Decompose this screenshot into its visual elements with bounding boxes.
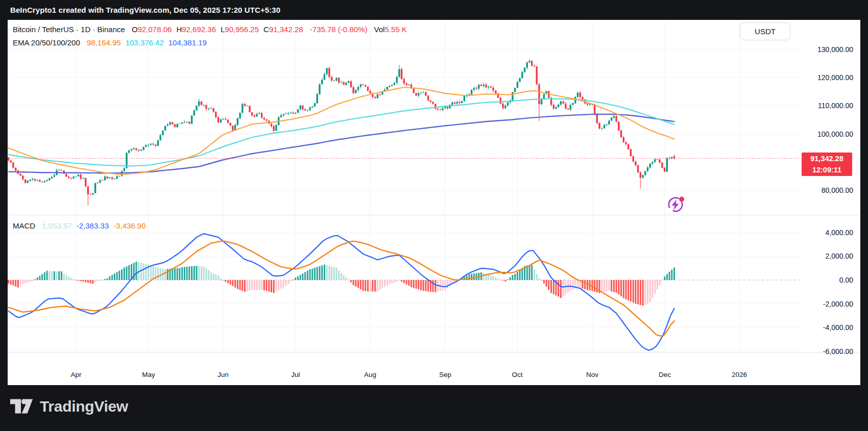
- macd-tick-label: 4,000.00: [794, 228, 853, 237]
- watermark-text: BeInCrypto1 created with TradingView.com…: [10, 0, 280, 20]
- ema-values: 98,164.95103,376.42104,381.19: [82, 38, 207, 47]
- ema-value: 104,381.19: [168, 38, 207, 47]
- ohlc-field: H92,692.36: [176, 25, 216, 34]
- chart-canvas[interactable]: [8, 20, 860, 385]
- ohlc-field: O92,078.06: [132, 25, 172, 34]
- currency-toggle-button[interactable]: USDT: [740, 22, 790, 40]
- macd-tick-label: -6,000.00: [794, 347, 853, 356]
- time-tick-label: Oct: [503, 371, 532, 378]
- macd-value: 1,053.57: [42, 221, 71, 230]
- symbol-legend[interactable]: Bitcoin / TetherUS · 1D · Binance O92,07…: [13, 25, 407, 34]
- ohlc-field: L90,956.25: [221, 25, 259, 34]
- tradingview-brand-text: TradingView: [40, 398, 128, 415]
- ohlc-values: O92,078.06H92,692.36L90,956.25C91,342.28: [127, 25, 303, 34]
- time-tick-label: Jul: [281, 371, 310, 378]
- macd-label[interactable]: MACD: [13, 221, 35, 230]
- flash-watermark-icon: [667, 195, 685, 214]
- ohlc-field: C91,342.28: [263, 25, 303, 34]
- chart-panel[interactable]: Bitcoin / TetherUS · 1D · Binance O92,07…: [8, 20, 860, 385]
- volume-value: 5.55 K: [384, 25, 406, 34]
- symbol-title[interactable]: Bitcoin / TetherUS · 1D · Binance: [13, 25, 125, 34]
- macd-value: -3,436.90: [113, 221, 146, 230]
- time-tick-label: Sep: [431, 371, 460, 378]
- time-tick-label: 2026: [725, 371, 754, 378]
- price-tick-label: 120,000.00: [794, 73, 853, 82]
- volume-label: Vol: [374, 25, 385, 34]
- last-price-badge: 91,342.28 12:09:11: [802, 153, 852, 176]
- macd-tick-label: 0.00: [794, 275, 853, 285]
- ema-value: 98,164.95: [87, 38, 121, 47]
- time-tick-label: Apr: [62, 371, 90, 378]
- time-tick-label: May: [134, 371, 163, 378]
- time-tick-label: Dec: [650, 371, 679, 378]
- price-tick-label: 130,000.00: [794, 45, 853, 54]
- footer-bar: TradingView: [0, 385, 868, 431]
- flash-icon: [667, 195, 685, 214]
- ema-value: 103,376.42: [126, 38, 164, 47]
- macd-legend[interactable]: MACD 1,053.57-2,383.33-3,436.90: [13, 221, 146, 230]
- price-tick-label: 110,000.00: [794, 101, 853, 110]
- macd-tick-label: -4,000.00: [794, 323, 853, 332]
- price-tick-label: 100,000.00: [794, 130, 853, 139]
- time-tick-label: Nov: [578, 371, 607, 378]
- time-tick-label: Jun: [209, 371, 237, 378]
- tradingview-logo-icon: [9, 397, 34, 415]
- price-change: -735.78 (-0.80%): [310, 25, 368, 34]
- price-tick-label: 80,000.00: [794, 186, 853, 195]
- watermark-top-bar: BeInCrypto1 created with TradingView.com…: [0, 0, 868, 20]
- bar-countdown: 12:09:11: [802, 165, 852, 175]
- macd-tick-label: -2,000.00: [794, 299, 853, 309]
- macd-values: 1,053.57-2,383.33-3,436.90: [37, 221, 146, 230]
- ema-label[interactable]: EMA 20/50/100/200: [13, 38, 80, 47]
- macd-tick-label: 2,000.00: [794, 251, 853, 261]
- macd-value: -2,383.33: [77, 221, 109, 230]
- last-price-value: 91,342.28: [802, 153, 852, 165]
- time-tick-label: Aug: [356, 371, 384, 378]
- ema-legend[interactable]: EMA 20/50/100/200 98,164.95103,376.42104…: [13, 38, 207, 47]
- tradingview-logo[interactable]: TradingView: [9, 397, 128, 415]
